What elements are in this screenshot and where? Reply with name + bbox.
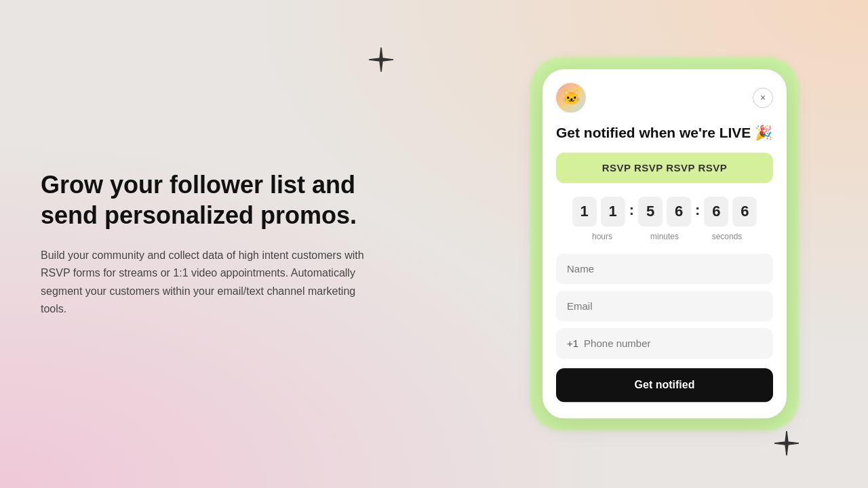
left-panel: Grow your follower list and send persona… — [41, 169, 366, 319]
hour-digit-2: 1 — [601, 197, 625, 227]
phone-title: Get notified when we're LIVE 🎉 — [556, 123, 773, 142]
phone-header: 🐱 × — [556, 83, 773, 113]
name-input[interactable] — [556, 254, 773, 285]
email-input[interactable] — [556, 291, 773, 322]
get-notified-button[interactable]: Get notified — [556, 369, 773, 403]
main-heading: Grow your follower list and send persona… — [41, 169, 366, 230]
hour-digit-1: 1 — [572, 197, 597, 227]
sep-2: : — [695, 202, 700, 220]
phone-field-wrapper: +1 — [556, 329, 773, 359]
phone-card: 🐱 × Get notified when we're LIVE 🎉 RSVP … — [542, 69, 787, 418]
avatar: 🐱 — [556, 83, 586, 113]
min-digit-1: 5 — [638, 197, 663, 227]
countdown-labels: hours minutes seconds — [556, 232, 773, 242]
country-code: +1 — [567, 329, 578, 359]
close-button[interactable]: × — [753, 87, 773, 108]
rsvp-button[interactable]: RSVP RSVP RSVP RSVP — [556, 153, 773, 184]
hours-label: hours — [576, 232, 629, 242]
sec-digit-2: 6 — [732, 197, 757, 227]
sub-text: Build your community and collect data of… — [41, 247, 366, 319]
sec-digit-1: 6 — [704, 197, 728, 227]
phone-input[interactable] — [584, 329, 762, 359]
min-digit-2: 6 — [667, 197, 691, 227]
seconds-label: seconds — [701, 232, 753, 242]
sep-1: : — [629, 202, 634, 220]
countdown-row: 1 1 : 5 6 : 6 6 — [556, 197, 773, 227]
minutes-label: minutes — [638, 232, 691, 242]
phone-mockup: 🐱 × Get notified when we're LIVE 🎉 RSVP … — [542, 69, 787, 418]
